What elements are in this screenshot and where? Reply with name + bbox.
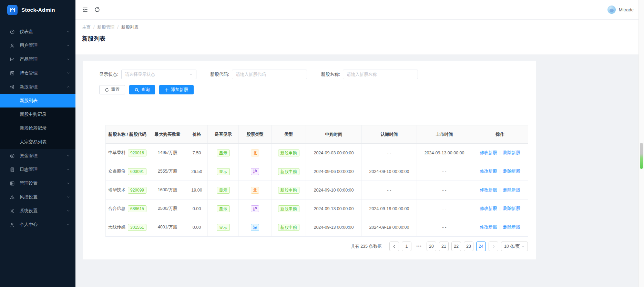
app-logo-icon <box>7 5 18 15</box>
col-list-time: 上市时间 <box>417 125 472 144</box>
refresh-icon[interactable] <box>94 7 100 13</box>
stock-name: 无线传媒 <box>108 224 125 230</box>
edit-stock-link[interactable]: 修改新股 <box>480 187 497 192</box>
pagination-page-24-active[interactable]: 24 <box>476 242 486 251</box>
delete-stock-link[interactable]: 删除新股 <box>503 225 520 229</box>
sidebar-item-position-management[interactable]: 持仓管理 <box>0 66 75 80</box>
sidebar-item-product-management[interactable]: 产品管理 <box>0 52 75 66</box>
topbar-user[interactable]: Mitrade <box>607 6 634 14</box>
market-tag: 北 <box>251 187 259 194</box>
chevron-down-icon <box>67 154 70 157</box>
delete-stock-link[interactable]: 删除新股 <box>503 169 520 174</box>
filter-display-status: 显示状态: 请选择显示状态 <box>99 70 196 79</box>
sidebar-subitem-subscription-records[interactable]: 新股申购记录 <box>0 107 75 121</box>
col-max-buy: 最大购买数量 <box>149 125 186 144</box>
breadcrumb-separator: / <box>117 25 118 30</box>
stock-name: 瑞华技术 <box>108 187 125 193</box>
breadcrumb-home[interactable]: 主页 <box>82 24 91 30</box>
reset-button[interactable]: 重置 <box>99 85 125 94</box>
pagination-page-22[interactable]: 22 <box>451 242 461 251</box>
new-stock-submenu: 新股列表 新股申购记录 新股抢筹记录 大宗交易列表 <box>0 94 75 149</box>
max-buy-cell: 4001/万股 <box>149 218 186 237</box>
chevron-down-icon <box>67 209 70 213</box>
edit-stock-link[interactable]: 修改新股 <box>480 206 497 211</box>
pagination-prev-button[interactable] <box>389 242 399 251</box>
pagination: 共有 235 条数据 1 ••• 20 21 22 23 24 10 条/页 <box>91 242 528 251</box>
app-logo: Stock-Admin <box>0 0 75 20</box>
sidebar-subitem-grab-records[interactable]: 新股抢筹记录 <box>0 121 75 135</box>
delete-stock-link[interactable]: 删除新股 <box>503 206 520 211</box>
col-name-code: 新股名称 / 新股代码 <box>106 125 149 144</box>
sidebar-item-admin-settings[interactable]: 管理设置 <box>0 176 75 190</box>
funds-icon <box>10 153 15 158</box>
pagination-page-1[interactable]: 1 <box>402 242 411 251</box>
edit-stock-link[interactable]: 修改新股 <box>480 150 497 155</box>
search-button[interactable]: 查询 <box>129 85 155 94</box>
delete-stock-link[interactable]: 删除新股 <box>503 187 520 192</box>
visible-tag: 显示 <box>217 224 230 231</box>
max-buy-cell: 2500/万股 <box>149 199 186 218</box>
apply-time-cell: 2024-09-13 00:00:00 <box>306 218 362 237</box>
pagination-page-23[interactable]: 23 <box>464 242 473 251</box>
action-separator: | <box>499 225 500 229</box>
menu-fold-icon[interactable] <box>82 7 88 13</box>
sidebar-item-profile-center[interactable]: 个人中心 <box>0 218 75 232</box>
market-tag: 北 <box>251 150 259 156</box>
sidebar-item-risk-settings[interactable]: 风控设置 <box>0 190 75 204</box>
new-stock-table: 新股名称 / 新股代码 最大购买数量 价格 是否显示 股票类型 类型 申购时间 … <box>105 125 528 237</box>
display-status-select[interactable]: 请选择显示状态 <box>121 70 196 79</box>
col-pay-time: 认缴时间 <box>362 125 417 144</box>
sidebar-item-system-settings[interactable]: 系统设置 <box>0 204 75 218</box>
chevron-left-icon <box>392 245 396 248</box>
price-cell: 26.50 <box>186 162 208 181</box>
vertical-scrollbar[interactable] <box>638 0 644 287</box>
action-separator: | <box>499 206 500 211</box>
filter-stock-code: 新股代码: <box>210 70 307 79</box>
gear-icon <box>10 208 15 214</box>
visible-tag: 显示 <box>217 150 230 156</box>
pagination-ellipsis[interactable]: ••• <box>414 242 424 251</box>
sidebar-subitem-new-stock-list[interactable]: 新股列表 <box>0 94 75 107</box>
pagination-page-20[interactable]: 20 <box>427 242 436 251</box>
table-row: 中草香料920016 1495/万股 7.50 显示 北 新股申购 2024-0… <box>106 144 528 162</box>
col-actions: 操作 <box>472 125 528 144</box>
edit-stock-link[interactable]: 修改新股 <box>480 169 497 174</box>
page-size-select[interactable]: 10 条/页 <box>501 242 528 251</box>
add-new-stock-button[interactable]: 添加新股 <box>159 85 194 94</box>
sidebar-subitem-block-trade-list[interactable]: 大宗交易列表 <box>0 135 75 149</box>
list-time-cell: - - <box>417 181 472 199</box>
action-separator: | <box>499 187 500 192</box>
main-area: Mitrade 主页 / 新股管理 / 新股列表 新股列表 显示状态: 请选择显… <box>75 0 644 287</box>
sidebar-item-log-management[interactable]: 日志管理 <box>0 163 75 176</box>
stock-code-tag: 920016 <box>128 150 146 156</box>
stock-code-tag: 301551 <box>128 224 146 231</box>
visible-tag: 显示 <box>217 168 230 175</box>
breadcrumb-new-stock-management[interactable]: 新股管理 <box>97 24 114 30</box>
pay-time-cell: 2024-09-19 00:00:00 <box>362 199 417 218</box>
stock-name-input[interactable] <box>343 70 418 79</box>
stock-code-input[interactable] <box>232 70 307 79</box>
table-row: 瑞华技术920099 1600/万股 19.00 显示 北 新股申购 2024-… <box>106 181 528 199</box>
pagination-next-button[interactable] <box>489 242 498 251</box>
search-icon <box>135 88 139 92</box>
sidebar-item-funds-management[interactable]: 资金管理 <box>0 149 75 163</box>
breadcrumb: 主页 / 新股管理 / 新股列表 <box>82 23 636 31</box>
sidebar-item-dashboard[interactable]: 仪表盘 <box>0 25 75 39</box>
sidebar-menu: 仪表盘 用户管理 产品管理 持仓管理 新股管理 新股列表 新股申购记录 新股抢筹 <box>0 25 75 232</box>
edit-stock-link[interactable]: 修改新股 <box>480 225 497 229</box>
app-title: Stock-Admin <box>21 7 55 13</box>
candlestick-icon <box>10 84 15 90</box>
display-status-label: 显示状态: <box>99 71 119 78</box>
col-type: 类型 <box>272 125 306 144</box>
sidebar-item-user-management[interactable]: 用户管理 <box>0 39 75 52</box>
chevron-down-icon <box>67 195 70 199</box>
action-separator: | <box>499 169 500 174</box>
position-icon <box>10 71 15 76</box>
delete-stock-link[interactable]: 删除新股 <box>503 150 520 155</box>
page-header: 主页 / 新股管理 / 新股列表 新股列表 <box>75 20 644 54</box>
chevron-up-icon <box>67 85 70 89</box>
dashboard-icon <box>10 29 15 34</box>
scrollbar-thumb[interactable] <box>640 143 643 169</box>
sidebar-item-new-stock-management[interactable]: 新股管理 <box>0 80 75 94</box>
pagination-page-21[interactable]: 21 <box>439 242 449 251</box>
